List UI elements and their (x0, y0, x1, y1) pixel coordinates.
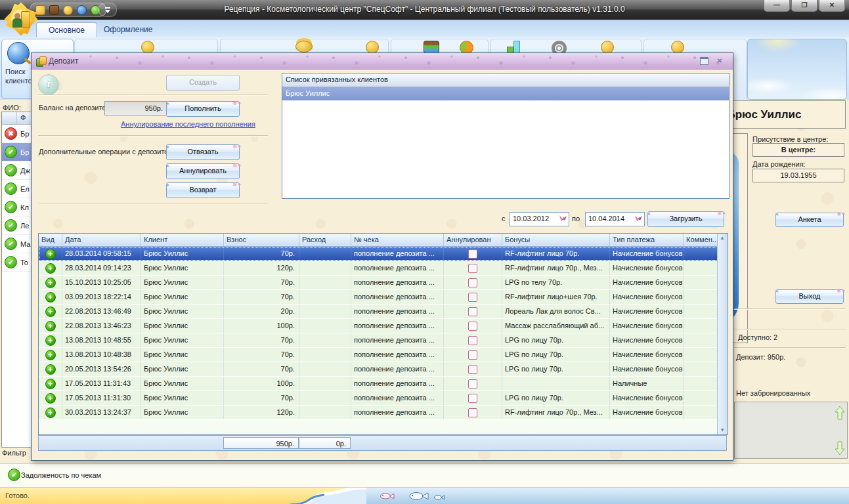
cell-icon (39, 391, 62, 405)
coin-icon[interactable] (601, 41, 614, 54)
tab-osnovnoe[interactable]: Основное (36, 22, 97, 38)
annulled-checkbox[interactable] (468, 336, 477, 345)
status-ok-icon (5, 256, 17, 268)
deposit-plus-icon (45, 278, 56, 288)
dialog-minimize-button[interactable] (699, 57, 709, 66)
period-from-field[interactable]: 10.03.2012 (510, 212, 569, 226)
fish-icon (408, 491, 429, 501)
annulled-checkbox[interactable] (468, 264, 477, 273)
deposit-table-row[interactable]: 22.08.2013 13:46:49Брюс Уиллис20р.пополн… (39, 304, 728, 319)
cell-payment: Начисление бонусов (610, 276, 684, 289)
fish-icon (433, 494, 445, 501)
cell-bonus: LPG по лицу 70р. (502, 333, 610, 347)
annul-last-topup-link[interactable]: Аннулирование последнего пополнения (121, 120, 255, 128)
linked-clients-list: Список привязанных клиентов Брюс Уиллис (282, 73, 729, 199)
dialog-titlebar[interactable]: Депозит ✕ (32, 53, 733, 70)
status-ok-icon (5, 182, 17, 195)
cell-annulled (444, 247, 502, 261)
annulled-checkbox[interactable] (468, 278, 477, 287)
column-header-payment[interactable]: Тип платежа (610, 234, 684, 246)
scroll-up-icon[interactable] (835, 406, 845, 420)
annulled-checkbox[interactable] (468, 322, 477, 331)
table-scrollbar[interactable] (717, 234, 728, 434)
status-ok-icon (5, 219, 17, 232)
cell-payment: Начисление бонусов (610, 304, 684, 318)
coin-icon[interactable] (671, 41, 684, 54)
dialog-close-icon[interactable]: ✕ (714, 57, 725, 66)
deposit-dialog: Депозит ✕ i Создать Баланс на депозите: … (31, 52, 733, 461)
cell-comment (684, 261, 718, 275)
exit-button[interactable]: Выход (775, 289, 844, 304)
column-header-icon[interactable]: Вид (39, 234, 62, 246)
minimize-button[interactable]: — (764, 0, 790, 12)
cell-expense (299, 333, 351, 347)
column-header-receipt[interactable]: № чека (351, 234, 444, 246)
annul-button[interactable]: Аннулировать (166, 163, 240, 179)
create-button[interactable]: Создать (166, 75, 240, 91)
deposit-table-row[interactable]: 28.03.2014 09:58:15Брюс Уиллис70р.пополн… (39, 247, 728, 261)
coin-icon[interactable] (141, 41, 154, 54)
coin-icon[interactable] (366, 41, 379, 54)
status-ok-icon (8, 469, 20, 481)
close-button[interactable]: ✕ (819, 0, 845, 12)
coins-icon[interactable] (295, 41, 313, 52)
deposit-table-row[interactable]: 15.10.2013 10:25:05Брюс Уиллис70р.пополн… (39, 276, 728, 290)
topup-button[interactable]: Пополнить (166, 101, 240, 117)
column-header-client[interactable]: Клиент (141, 234, 224, 246)
fio-label: ФИО: (3, 104, 21, 112)
gift-box-icon[interactable] (424, 41, 439, 53)
available-label: Доступно: 2 (738, 333, 777, 341)
deposit-table-row[interactable]: 03.09.2013 18:22:14Брюс Уиллис70р.пополн… (39, 290, 728, 304)
unbind-button[interactable]: Отвязать (166, 144, 240, 160)
scroll-down-icon[interactable] (835, 441, 845, 455)
restore-button[interactable]: ❐ (791, 0, 817, 12)
client-name: Ел (20, 185, 30, 193)
annulled-checkbox[interactable] (468, 394, 477, 403)
column-header-deposit[interactable]: Взнос (224, 234, 299, 246)
client-name: Дж (20, 167, 30, 175)
deposit-table-row[interactable]: 30.03.2013 13:24:37Брюс Уиллис120р.попол… (39, 406, 728, 420)
cell-icon (39, 319, 62, 333)
refund-button[interactable]: Возврат (166, 182, 240, 198)
annulled-checkbox[interactable] (468, 365, 477, 374)
cell-expense (299, 348, 351, 362)
deposit-plus-icon (45, 292, 56, 303)
deposit-table-row[interactable]: 13.08.2013 10:48:38Брюс Уиллис70р.пополн… (39, 348, 728, 362)
cell-date: 28.03.2014 09:14:23 (62, 261, 141, 275)
info-icon[interactable]: i (38, 74, 59, 95)
period-to-field[interactable]: 10.04.2014 (585, 212, 645, 226)
cell-receipt: пополнение депозита ... (351, 348, 444, 362)
column-header-annulled[interactable]: Аннулирован (444, 234, 502, 246)
cell-expense (299, 276, 351, 289)
column-header-comment[interactable]: Коммен... (684, 234, 718, 246)
column-header-bonus[interactable]: Бонусы (502, 234, 610, 246)
load-button[interactable]: Загрузить (647, 211, 724, 227)
deposit-table-row[interactable]: 17.05.2013 11:31:30Брюс Уиллис70р.пополн… (39, 391, 728, 406)
period-to-label: по (572, 215, 580, 222)
annulled-checkbox[interactable] (468, 293, 477, 302)
cell-deposit: 70р. (224, 276, 299, 289)
column-header-date[interactable]: Дата (62, 234, 141, 246)
anketa-button[interactable]: Анкета (775, 213, 844, 227)
divider (734, 329, 846, 330)
deposit-table-row[interactable]: 13.08.2013 10:48:55Брюс Уиллис70р.пополн… (39, 333, 728, 348)
cell-client: Брюс Уиллис (141, 348, 224, 362)
cell-client: Брюс Уиллис (141, 261, 224, 275)
tab-oformlenie[interactable]: Оформление (92, 22, 164, 37)
annulled-checkbox[interactable] (468, 379, 477, 388)
cell-payment: Начисление бонусов (610, 348, 684, 362)
deposit-table-row[interactable]: 20.05.2013 13:54:26Брюс Уиллис70р.пополн… (39, 362, 728, 377)
column-header-expense[interactable]: Расход (299, 234, 351, 246)
bar-chart-icon[interactable] (506, 41, 520, 54)
deposit-table-row[interactable]: 17.05.2013 11:31:43Брюс Уиллис100р.попол… (39, 377, 728, 391)
linked-client-row[interactable]: Брюс Уиллис (282, 87, 729, 100)
linked-clients-header[interactable]: Список привязанных клиентов (282, 74, 729, 87)
annulled-checkbox[interactable] (468, 307, 477, 316)
annulled-checkbox[interactable] (468, 249, 477, 259)
cell-icon (39, 276, 62, 289)
annulled-checkbox[interactable] (468, 408, 477, 417)
deposit-table-row[interactable]: 28.03.2014 09:14:23Брюс Уиллис120р.попол… (39, 261, 728, 276)
app-logo-icon[interactable] (4, 1, 38, 37)
deposit-table-row[interactable]: 22.08.2013 13:46:23Брюс Уиллис100р.попол… (39, 319, 728, 333)
annulled-checkbox[interactable] (468, 350, 477, 360)
